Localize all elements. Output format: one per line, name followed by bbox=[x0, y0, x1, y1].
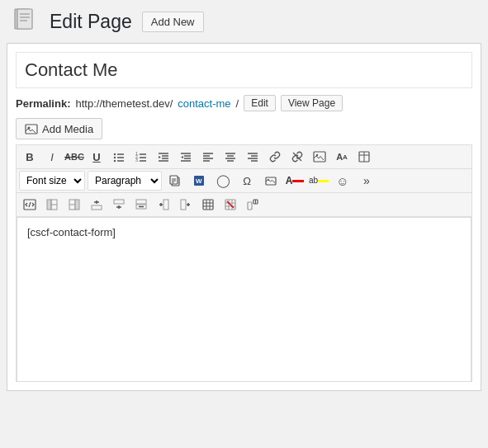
paragraph-format-select[interactable]: Paragraph Heading 1 Heading 2 Heading 3 … bbox=[88, 171, 162, 191]
clear-format-button[interactable]: ◯ bbox=[212, 171, 234, 191]
row-insert-above[interactable] bbox=[86, 195, 107, 215]
post-title-input[interactable] bbox=[16, 52, 472, 88]
paste-text-icon bbox=[169, 175, 181, 186]
table-props-icon bbox=[247, 199, 258, 210]
align-left-button[interactable] bbox=[197, 147, 219, 167]
toolbar-row-3 bbox=[17, 193, 471, 217]
unordered-list-button[interactable] bbox=[108, 147, 130, 167]
svg-rect-88 bbox=[248, 202, 252, 210]
align-center-icon bbox=[225, 151, 236, 163]
emoticon-button[interactable]: ☺ bbox=[332, 171, 353, 191]
edit-html-button[interactable] bbox=[19, 195, 40, 215]
font-size-select[interactable]: Font size 8pt 10pt 12pt 14pt 18pt 24pt bbox=[19, 171, 85, 191]
toolbar-row-1: B I ABC U 1.2.3. bbox=[17, 145, 471, 169]
indent-button[interactable] bbox=[175, 147, 197, 167]
edit-html-icon bbox=[23, 199, 36, 210]
add-media-button[interactable]: Add Media bbox=[16, 118, 102, 139]
table-icon bbox=[358, 151, 370, 163]
align-left-icon bbox=[202, 151, 214, 163]
svg-point-53 bbox=[268, 179, 269, 181]
permalink-base: http://themetest.dev/ bbox=[75, 97, 173, 110]
permalink-slug: contact-me bbox=[178, 97, 230, 110]
col-insert-after-icon bbox=[180, 199, 192, 210]
add-new-button[interactable]: Add New bbox=[142, 12, 204, 32]
font-increase-button[interactable]: AA bbox=[331, 147, 353, 167]
row-insert-above-icon bbox=[91, 199, 102, 210]
svg-rect-73 bbox=[163, 200, 168, 210]
editor-container: Permalink: http://themetest.dev/contact-… bbox=[7, 43, 481, 391]
svg-rect-56 bbox=[47, 200, 51, 210]
ordered-list-icon: 1.2.3. bbox=[135, 151, 147, 163]
align-right-button[interactable] bbox=[242, 147, 263, 167]
special-char-button[interactable]: Ω bbox=[236, 171, 258, 191]
svg-rect-1 bbox=[17, 9, 32, 29]
toolbar-row-2: Font size 8pt 10pt 12pt 14pt 18pt 24pt P… bbox=[17, 169, 471, 193]
unlink-button[interactable] bbox=[287, 147, 308, 167]
outdent-icon bbox=[158, 151, 169, 163]
page-header: Edit Page Add New bbox=[0, 0, 488, 43]
svg-rect-74 bbox=[181, 200, 186, 210]
paste-word-icon: W bbox=[193, 175, 205, 186]
table-col-right[interactable] bbox=[64, 195, 85, 215]
svg-rect-65 bbox=[114, 200, 124, 204]
text-color-bar bbox=[292, 180, 304, 182]
underline-button[interactable]: U bbox=[86, 147, 107, 167]
add-media-label: Add Media bbox=[42, 123, 93, 135]
svg-text:3.: 3. bbox=[135, 158, 139, 163]
svg-point-9 bbox=[114, 157, 116, 158]
media-lib-icon bbox=[265, 175, 277, 186]
row-delete-icon bbox=[135, 199, 147, 210]
editor-content[interactable]: [cscf-contact-form] bbox=[17, 217, 471, 382]
italic-button[interactable]: I bbox=[41, 147, 63, 167]
align-center-button[interactable] bbox=[220, 147, 241, 167]
strikethrough-button[interactable]: ABC bbox=[64, 147, 85, 167]
outdent-button[interactable] bbox=[153, 147, 174, 167]
table-props[interactable] bbox=[242, 195, 263, 215]
permalink-edit-button[interactable]: Edit bbox=[244, 95, 276, 111]
editor-content-text: [cscf-contact-form] bbox=[27, 226, 461, 238]
view-page-button[interactable]: View Page bbox=[281, 95, 343, 111]
more-button[interactable]: » bbox=[356, 171, 377, 191]
link-button[interactable] bbox=[264, 147, 286, 167]
svg-rect-64 bbox=[92, 205, 102, 210]
row-insert-below[interactable] bbox=[108, 195, 130, 215]
permalink-slash: / bbox=[236, 97, 239, 110]
svg-text:W: W bbox=[196, 177, 202, 185]
media-lib-button[interactable] bbox=[260, 171, 282, 191]
permalink-row: Permalink: http://themetest.dev/contact-… bbox=[16, 95, 472, 111]
svg-point-7 bbox=[114, 153, 116, 155]
insert-image-button[interactable] bbox=[309, 147, 330, 167]
col-insert-before-icon bbox=[158, 199, 169, 210]
insert-image-icon bbox=[313, 151, 326, 163]
text-color-button[interactable]: A bbox=[284, 171, 306, 191]
table-delete[interactable] bbox=[220, 195, 241, 215]
bg-color-button[interactable]: ab bbox=[308, 171, 329, 191]
link-icon bbox=[269, 151, 281, 163]
table-button[interactable] bbox=[353, 147, 375, 167]
list-icon bbox=[113, 151, 125, 163]
paste-text-button[interactable] bbox=[164, 171, 186, 191]
page-icon bbox=[10, 7, 40, 36]
svg-rect-68 bbox=[136, 200, 146, 204]
row-delete[interactable] bbox=[130, 195, 152, 215]
table-insert[interactable] bbox=[197, 195, 219, 215]
table-col-left[interactable] bbox=[41, 195, 63, 215]
add-media-icon bbox=[25, 122, 38, 135]
ordered-list-button[interactable]: 1.2.3. bbox=[130, 147, 152, 167]
svg-line-87 bbox=[227, 201, 234, 208]
paste-word-button[interactable]: W bbox=[188, 171, 210, 191]
text-color-a: A bbox=[286, 176, 293, 186]
svg-rect-60 bbox=[75, 200, 79, 210]
bg-color-bar bbox=[318, 180, 329, 182]
permalink-label: Permalink: bbox=[16, 97, 70, 110]
svg-point-41 bbox=[316, 154, 318, 156]
col-insert-after[interactable] bbox=[175, 195, 197, 215]
table-insert-icon bbox=[202, 199, 214, 210]
svg-rect-77 bbox=[203, 200, 213, 210]
col-insert-before[interactable] bbox=[153, 195, 174, 215]
bold-button[interactable]: B bbox=[19, 147, 40, 167]
align-right-icon bbox=[247, 151, 258, 163]
table-col-right-icon bbox=[69, 199, 80, 210]
svg-line-55 bbox=[29, 202, 31, 207]
indent-icon bbox=[180, 151, 192, 163]
